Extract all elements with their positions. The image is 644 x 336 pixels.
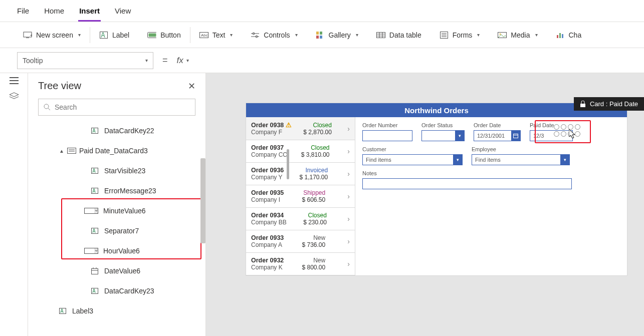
formula-input[interactable] <box>198 52 627 69</box>
order-row[interactable]: Order 0936Company YInvoiced$ 1,170.00› <box>246 163 355 185</box>
chevron-down-icon: ▾ <box>145 58 148 63</box>
chevron-right-icon: › <box>347 215 350 223</box>
media-button[interactable]: Media ▾ <box>489 22 546 48</box>
chevron-down-icon: ▾ <box>560 155 569 165</box>
order-status-select[interactable]: ▾ <box>421 130 465 141</box>
calendar-icon <box>90 267 99 274</box>
tree-item[interactable]: MinuteValue6 <box>28 201 205 221</box>
charts-button[interactable]: Cha <box>547 22 591 48</box>
chevron-right-icon: › <box>347 237 350 245</box>
label-button[interactable]: Label <box>90 22 138 48</box>
label-icon <box>90 128 99 134</box>
svg-rect-29 <box>562 34 563 38</box>
tree-item-expandable[interactable]: ▲ Paid Date_DataCard3 <box>28 141 205 161</box>
svg-point-31 <box>44 104 49 109</box>
label-icon <box>90 228 99 234</box>
field-label: Employee <box>472 146 570 152</box>
tree-item[interactable]: DateValue6 <box>28 261 205 281</box>
field-label: Notes <box>362 170 572 176</box>
order-row[interactable]: Order 0932Company KNew$ 800.00› <box>246 253 355 275</box>
app-title: Northwind Orders <box>246 103 627 117</box>
button-button[interactable]: Button <box>138 22 189 48</box>
menu-insert[interactable]: Insert <box>79 7 100 15</box>
chevron-down-icon: ▾ <box>455 131 464 141</box>
svg-rect-52 <box>580 104 585 107</box>
forms-icon <box>440 32 449 39</box>
label-icon <box>58 308 67 314</box>
field-label: Order Date <box>474 122 521 128</box>
svg-marker-30 <box>10 93 19 97</box>
label-icon <box>99 32 108 39</box>
gallery-icon <box>316 32 325 39</box>
tree-item[interactable]: ErrorMessage23 <box>28 181 205 201</box>
svg-rect-14 <box>316 36 319 39</box>
chevron-down-icon: ▾ <box>295 32 298 38</box>
menu-home[interactable]: Home <box>44 7 64 15</box>
chevron-right-icon: › <box>347 170 350 178</box>
svg-rect-16 <box>376 32 385 38</box>
equals-label: = <box>162 55 168 66</box>
chevron-down-icon: ▾ <box>78 32 81 38</box>
order-row[interactable]: Order 0934Company BBClosed$ 230.00› <box>246 208 355 230</box>
fx-button[interactable]: fx ▾ <box>177 56 189 66</box>
search-icon <box>44 104 51 111</box>
tree-item[interactable]: HourValue6 <box>28 241 205 261</box>
svg-rect-13 <box>320 32 322 35</box>
chevron-right-icon: › <box>347 260 350 268</box>
selection-tooltip: Card : Paid Date <box>574 97 644 111</box>
property-select[interactable]: Tooltip ▾ <box>17 52 153 69</box>
tree-item[interactable]: Separator7 <box>28 221 205 241</box>
orders-gallery[interactable]: Order 0938 ⚠Company FClosed$ 2,870.00›Or… <box>246 117 355 275</box>
chevron-down-icon: ▾ <box>477 32 480 38</box>
form-icon <box>67 148 76 154</box>
cursor-icon <box>569 129 577 139</box>
chevron-right-icon: › <box>347 192 350 200</box>
tree-item[interactable]: DataCardKey23 <box>28 281 205 301</box>
order-row[interactable]: Order 0933Company ANew$ 736.00› <box>246 230 355 253</box>
svg-rect-12 <box>316 32 319 35</box>
order-row[interactable]: Order 0938 ⚠Company FClosed$ 2,870.00› <box>246 117 355 140</box>
chevron-right-icon: › <box>347 125 350 133</box>
scrollbar-thumb[interactable] <box>287 149 289 179</box>
dropdown-icon <box>84 248 98 254</box>
svg-rect-50 <box>514 134 518 138</box>
tree-title: Tree view <box>38 80 81 92</box>
order-date-picker[interactable]: 12/31/2001 <box>474 130 521 141</box>
data-table-button[interactable]: Data table <box>367 22 431 48</box>
scrollbar-thumb[interactable] <box>200 158 205 243</box>
text-icon: Abc <box>199 32 208 39</box>
notes-input[interactable] <box>362 178 572 189</box>
svg-rect-15 <box>320 36 322 39</box>
tree-view-icon[interactable] <box>9 92 19 100</box>
field-label: Customer <box>362 146 463 152</box>
tree-item[interactable]: StarVisible23 <box>28 161 205 181</box>
tree-item[interactable]: DataCardKey22 <box>28 121 205 141</box>
calendar-icon <box>511 131 520 141</box>
chevron-down-icon: ▾ <box>535 32 538 38</box>
employee-select[interactable]: Find items▾ <box>472 154 570 165</box>
new-screen-button[interactable]: + New screen ▾ <box>14 22 90 48</box>
tree-item[interactable]: Label3 <box>28 301 205 321</box>
order-number-input[interactable] <box>362 130 412 141</box>
svg-rect-34 <box>67 148 76 154</box>
dropdown-icon <box>84 208 98 214</box>
canvas-area[interactable]: Northwind Orders Order 0938 ⚠Company FCl… <box>206 73 644 336</box>
field-label: Order Number <box>362 122 412 128</box>
label-icon <box>90 168 99 174</box>
order-row[interactable]: Order 0935Company IShipped$ 606.50› <box>246 185 355 208</box>
menu-file[interactable]: File <box>17 7 29 15</box>
text-button[interactable]: Abc Text ▾ <box>190 22 242 48</box>
hamburger-icon[interactable] <box>10 80 19 81</box>
controls-button[interactable]: Controls ▾ <box>242 22 306 48</box>
customer-select[interactable]: Find items▾ <box>362 154 463 165</box>
svg-text:Abc: Abc <box>201 33 208 38</box>
button-icon <box>147 32 156 39</box>
forms-button[interactable]: Forms ▾ <box>431 22 489 48</box>
close-icon[interactable]: ✕ <box>188 81 195 92</box>
order-row[interactable]: Order 0937Company CCClosed$ 3,810.00› <box>246 140 355 163</box>
search-input[interactable] <box>38 99 195 116</box>
gallery-button[interactable]: Gallery ▾ <box>307 22 367 48</box>
paid-date-picker[interactable]: 12/3 <box>530 130 573 141</box>
menu-view[interactable]: View <box>115 7 131 15</box>
svg-point-26 <box>500 33 501 35</box>
